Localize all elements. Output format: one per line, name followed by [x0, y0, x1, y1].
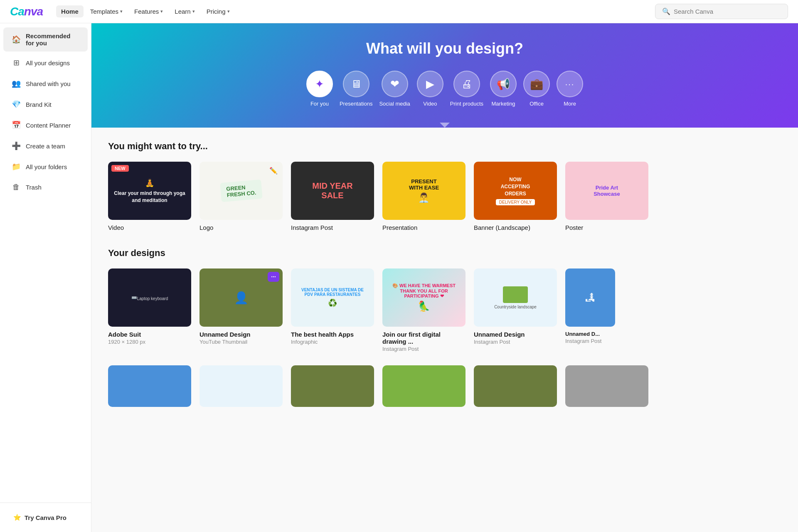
design-card-drawing-class[interactable]: 🎨 WE HAVE THE WARMESTTHANK YOU ALL FORPA… [382, 268, 466, 352]
template-thumb-instagram: MID YEARSALE [291, 162, 374, 220]
template-grid: NEW 🧘 Clear your mind through yoga and m… [108, 162, 781, 231]
social-media-circle: ❤ [382, 71, 408, 97]
bottom-card-5[interactable] [474, 365, 557, 407]
template-card-poster[interactable]: Pride ArtShowcase Poster [565, 162, 648, 231]
template-card-presentation[interactable]: PRESENTWITH EASE 👨‍💼 Presentation [382, 162, 466, 231]
sidebar-item-trash[interactable]: 🗑 Trash [3, 178, 88, 197]
sidebar-item-recommended[interactable]: 🏠 Recommended for you [3, 27, 88, 52]
more-circle: ··· [557, 71, 583, 97]
bottom-card-2[interactable] [200, 365, 283, 407]
app-layout: 🏠 Recommended for you ⊞ All your designs… [0, 23, 798, 532]
category-video[interactable]: ▶ Video [417, 71, 443, 107]
sidebar: 🏠 Recommended for you ⊞ All your designs… [0, 23, 91, 532]
category-marketing[interactable]: 📢 Marketing [490, 71, 517, 107]
category-social-media[interactable]: ❤ Social media [379, 71, 410, 107]
try-section: You might want to try... NEW 🧘 Clear you… [91, 128, 798, 244]
bottom-card-3[interactable] [291, 365, 374, 407]
templates-chevron-icon: ▾ [120, 9, 123, 14]
plus-icon: ➕ [12, 141, 21, 150]
sidebar-bottom: ⭐ Try Canva Pro [0, 502, 91, 532]
nav-links: Home Templates ▾ Features ▾ Learn ▾ Pric… [56, 5, 235, 17]
sidebar-item-shared[interactable]: 👥 Shared with you [3, 74, 88, 93]
template-thumb-poster: Pride ArtShowcase [565, 162, 648, 220]
star-icon: ⭐ [13, 514, 21, 521]
nav-features[interactable]: Features ▾ [129, 5, 168, 17]
presentations-circle: 🖥 [343, 71, 369, 97]
marketing-circle: 📢 [490, 71, 517, 97]
search-bar[interactable]: 🔍 [655, 4, 788, 19]
bottom-row [91, 365, 798, 420]
hero-title: What will you design? [366, 40, 523, 57]
designs-grid: ⌨️Laptop keyboard Adobe Suit 798 × 532… [108, 268, 781, 352]
template-thumb-video: NEW 🧘 Clear your mind through yoga and m… [108, 162, 191, 220]
folder-icon: 📁 [12, 162, 21, 171]
sidebar-item-folders[interactable]: 📁 All your folders [3, 157, 88, 176]
learn-chevron-icon: ▾ [192, 9, 195, 14]
sidebar-item-content-planner[interactable]: 📅 Content Planner [3, 116, 88, 135]
design-menu-button[interactable]: ··· [268, 272, 279, 282]
template-card-logo[interactable]: GREENFRESH CO. ✏️ Logo [200, 162, 283, 231]
bottom-card-4[interactable] [382, 365, 466, 407]
bottom-card-6[interactable] [565, 365, 648, 407]
for-you-circle: ✦ [306, 71, 333, 97]
nav-pricing[interactable]: Pricing ▾ [202, 5, 235, 17]
design-thumb-drawing-class: 🎨 WE HAVE THE WARMESTTHANK YOU ALL FORPA… [382, 268, 466, 327]
design-card-unnamed-youtube[interactable]: ··· 👤 Unnamed Design YouTube Thumbnail [200, 268, 283, 352]
canva-logo[interactable]: Canva [10, 5, 43, 18]
main-content: What will you design? ✦ For you 🖥 Presen… [91, 23, 798, 532]
nav-templates[interactable]: Templates ▾ [85, 5, 128, 17]
print-circle: 🖨 [453, 71, 480, 97]
sidebar-item-all-designs[interactable]: ⊞ All your designs [3, 53, 88, 72]
search-input[interactable] [674, 8, 781, 15]
template-thumb-banner: NOWACCEPTINGORDERS DELIVERY ONLY [474, 162, 557, 220]
users-icon: 👥 [12, 79, 21, 88]
search-icon: 🔍 [662, 7, 670, 15]
category-presentations[interactable]: 🖥 Presentations [340, 71, 373, 107]
category-for-you[interactable]: ✦ For you [306, 71, 333, 107]
design-card-unnamed-ig2[interactable]: 🏞 Unnamed D... Instagram Post [565, 268, 615, 352]
pricing-chevron-icon: ▾ [227, 9, 230, 14]
diamond-icon: 💎 [12, 100, 21, 109]
home-icon: 🏠 [12, 35, 21, 44]
hero-banner: What will you design? ✦ For you 🖥 Presen… [91, 23, 798, 128]
sidebar-item-brand-kit[interactable]: 💎 Brand Kit [3, 95, 88, 114]
design-card-health-apps[interactable]: VENTAJAS DE UN SISTEMA DEPDV PARA RESTAU… [291, 268, 374, 352]
template-card-video[interactable]: NEW 🧘 Clear your mind through yoga and m… [108, 162, 191, 231]
office-circle: 💼 [523, 71, 550, 97]
category-icons: ✦ For you 🖥 Presentations ❤ Social media… [306, 71, 583, 107]
design-thumb-unnamed-youtube: ··· 👤 [200, 268, 283, 327]
grid-icon: ⊞ [12, 58, 21, 67]
design-thumb-health-apps: VENTAJAS DE UN SISTEMA DEPDV PARA RESTAU… [291, 268, 374, 327]
category-office[interactable]: 💼 Office [523, 71, 550, 107]
try-pro-button[interactable]: ⭐ Try Canva Pro [7, 510, 84, 525]
category-more[interactable]: ··· More [557, 71, 583, 107]
designs-section-title: Your designs [108, 248, 781, 259]
nav-learn[interactable]: Learn ▾ [170, 5, 200, 17]
template-card-banner[interactable]: NOWACCEPTINGORDERS DELIVERY ONLY Banner … [474, 162, 557, 231]
design-card-unnamed-ig[interactable]: Countryside landscape Unnamed Design Ins… [474, 268, 557, 352]
designs-section: Your designs ⌨️Laptop keyboard Adobe Sui… [91, 244, 798, 365]
bottom-card-1[interactable] [108, 365, 191, 407]
template-thumb-logo: GREENFRESH CO. ✏️ [200, 162, 283, 220]
features-chevron-icon: ▾ [160, 9, 163, 14]
design-thumb-unnamed-ig: Countryside landscape [474, 268, 557, 327]
template-card-instagram[interactable]: MID YEARSALE Instagram Post [291, 162, 374, 231]
nav-home[interactable]: Home [56, 5, 84, 17]
sidebar-item-create-team[interactable]: ➕ Create a team [3, 136, 88, 155]
category-print[interactable]: 🖨 Print products [450, 71, 483, 107]
top-navigation: Canva Home Templates ▾ Features ▾ Learn … [0, 0, 798, 23]
design-card-adobe-suit[interactable]: ⌨️Laptop keyboard Adobe Suit 798 × 532… [108, 268, 191, 352]
template-thumb-presentation: PRESENTWITH EASE 👨‍💼 [382, 162, 466, 220]
video-circle: ▶ [417, 71, 443, 97]
design-thumb-unnamed-ig2: 🏞 [565, 268, 615, 327]
design-thumb-adobe-suit: ⌨️Laptop keyboard [108, 268, 191, 327]
new-badge: NEW [111, 165, 129, 172]
try-section-title: You might want to try... [108, 141, 781, 152]
trash-icon: 🗑 [12, 183, 21, 192]
calendar-icon: 📅 [12, 121, 21, 130]
